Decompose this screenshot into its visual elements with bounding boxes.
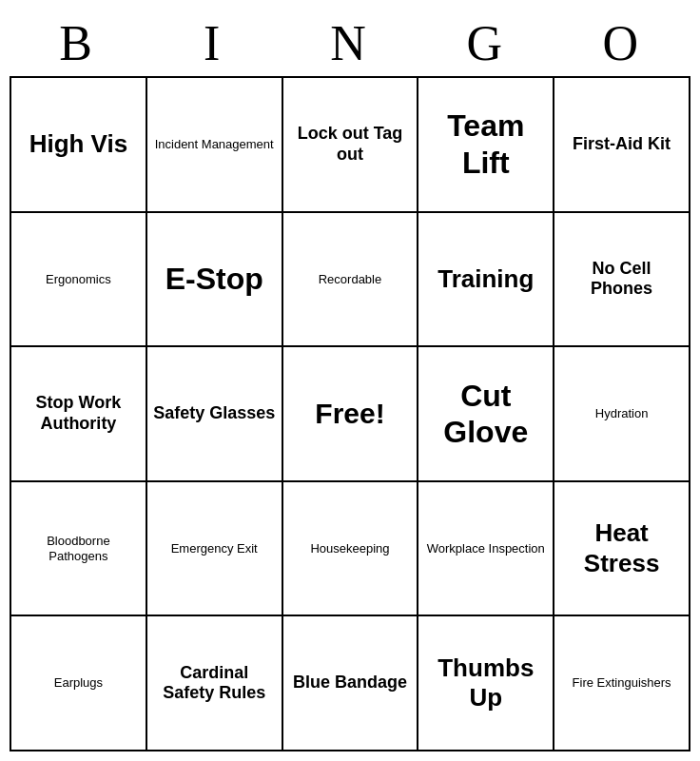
bingo-cell-7: Recordable: [283, 213, 419, 348]
cell-text-18: Workplace Inspection: [427, 541, 545, 556]
bingo-letter-O: O: [560, 15, 684, 71]
bingo-cell-6: E-Stop: [147, 213, 283, 348]
bingo-cell-18: Workplace Inspection: [418, 482, 554, 617]
bingo-cell-5: Ergonomics: [11, 213, 147, 348]
cell-text-12: Free!: [315, 397, 384, 431]
cell-text-1: Incident Management: [155, 137, 274, 152]
bingo-grid: High VisIncident ManagementLock out Tag …: [10, 76, 690, 751]
bingo-cell-0: High Vis: [11, 78, 147, 213]
bingo-cell-16: Emergency Exit: [147, 482, 283, 617]
bingo-letter-G: G: [424, 15, 548, 71]
bingo-cell-2: Lock out Tag out: [283, 78, 419, 213]
bingo-cell-15: Bloodborne Pathogens: [11, 482, 147, 617]
cell-text-6: E-Stop: [165, 261, 263, 297]
bingo-cell-14: Hydration: [554, 347, 690, 482]
cell-text-13: Cut Glove: [424, 378, 547, 451]
bingo-cell-17: Housekeeping: [283, 482, 419, 617]
bingo-cell-21: Cardinal Safety Rules: [147, 616, 283, 751]
cell-text-9: No Cell Phones: [560, 259, 683, 300]
bingo-card: BINGO High VisIncident ManagementLock ou…: [0, 0, 700, 761]
cell-text-3: Team Lift: [424, 107, 547, 181]
cell-text-7: Recordable: [319, 272, 382, 287]
cell-text-22: Blue Bandage: [293, 673, 407, 693]
cell-text-14: Hydration: [595, 406, 649, 421]
cell-text-8: Training: [438, 264, 534, 294]
cell-text-2: Lock out Tag out: [289, 124, 412, 165]
bingo-cell-1: Incident Management: [147, 78, 283, 213]
cell-text-16: Emergency Exit: [171, 541, 258, 556]
bingo-header: BINGO: [10, 10, 690, 76]
bingo-letter-B: B: [16, 15, 140, 71]
bingo-cell-20: Earplugs: [11, 616, 147, 751]
cell-text-15: Bloodborne Pathogens: [17, 534, 140, 563]
bingo-cell-3: Team Lift: [418, 78, 554, 213]
bingo-cell-23: Thumbs Up: [418, 616, 554, 751]
cell-text-23: Thumbs Up: [424, 654, 547, 712]
cell-text-20: Earplugs: [54, 675, 103, 691]
cell-text-10: Stop Work Authority: [17, 393, 140, 434]
bingo-cell-8: Training: [418, 213, 554, 348]
bingo-cell-19: Heat Stress: [554, 482, 690, 617]
bingo-cell-11: Safety Glasses: [147, 347, 283, 482]
cell-text-17: Housekeeping: [310, 541, 389, 556]
cell-text-19: Heat Stress: [560, 518, 683, 577]
cell-text-4: First-Aid Kit: [573, 134, 671, 155]
bingo-cell-9: No Cell Phones: [554, 213, 690, 348]
bingo-cell-13: Cut Glove: [418, 347, 554, 482]
bingo-cell-12: Free!: [283, 347, 419, 482]
cell-text-24: Fire Extinguishers: [573, 675, 671, 691]
cell-text-11: Safety Glasses: [153, 403, 275, 424]
bingo-letter-N: N: [288, 15, 412, 71]
bingo-cell-10: Stop Work Authority: [11, 347, 147, 482]
bingo-cell-24: Fire Extinguishers: [554, 616, 690, 751]
cell-text-0: High Vis: [29, 129, 128, 159]
cell-text-5: Ergonomics: [46, 272, 111, 287]
bingo-cell-4: First-Aid Kit: [554, 78, 690, 213]
cell-text-21: Cardinal Safety Rules: [153, 663, 276, 704]
bingo-cell-22: Blue Bandage: [283, 616, 419, 751]
bingo-letter-I: I: [152, 15, 276, 71]
